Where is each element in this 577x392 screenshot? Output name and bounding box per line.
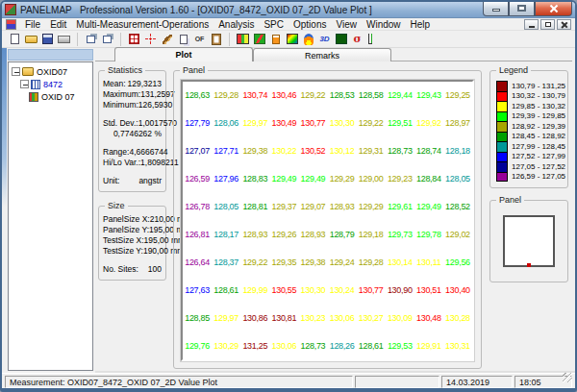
open-folder-icon[interactable]: [23, 32, 39, 46]
value-cell: 130,28: [443, 304, 472, 331]
legend-swatch: [496, 121, 508, 132]
value-cell: 129,61: [386, 193, 414, 221]
mdi-child-icon[interactable]: [6, 19, 16, 30]
stat-label: No. Sites:: [103, 264, 138, 275]
value-cell: 129,31: [357, 137, 386, 165]
resize-grip[interactable]: [563, 373, 572, 382]
value-cell: 129,37: [269, 193, 298, 221]
legend-range-label: 128,45 - 128,92: [512, 132, 565, 140]
stat-label: Unit:: [103, 176, 119, 186]
toolbar: OF3Dσ: [2, 31, 575, 48]
cascade-windows-icon[interactable]: [83, 32, 99, 46]
value-cell: 129,26: [269, 220, 298, 248]
mini-doc-icon[interactable]: [267, 32, 284, 46]
value-cell: 128,63: [183, 82, 212, 110]
value-cell: 127,79: [183, 110, 212, 137]
maximize-button[interactable]: [509, 2, 535, 16]
value-cell: 130,30: [328, 110, 357, 137]
value-cell: 128,93: [328, 193, 357, 221]
mdi-restore-button[interactable]: [540, 19, 555, 30]
green-map-icon[interactable]: [333, 32, 349, 46]
new-document-icon[interactable]: [7, 32, 23, 46]
legend-column: Legend 130,79 - 131,25130,32 - 130,79129…: [486, 64, 572, 371]
value-cell: 130,23: [298, 304, 327, 331]
menu-file[interactable]: File: [20, 18, 45, 31]
tree-collapse-icon[interactable]: [20, 80, 29, 88]
legend-swatch: [496, 141, 508, 152]
stat-label: PanelSize Y:: [103, 225, 149, 235]
value-cell: 128,26: [328, 331, 357, 359]
histogram-icon[interactable]: [365, 32, 382, 46]
legend-band: 128,45 - 128,92: [496, 132, 564, 142]
mdi-client: Plot Remarks Statistics Mean:129,3213Max…: [95, 48, 575, 373]
copy-pages-icon[interactable]: [175, 32, 191, 46]
legend-swatch: [496, 81, 508, 91]
value-cell: 130,24: [328, 276, 357, 304]
color-map-icon[interactable]: [251, 32, 267, 46]
value-cell: 130,81: [269, 304, 298, 331]
offset-of-icon[interactable]: OF: [191, 32, 208, 46]
legend-range-label: 130,32 - 130,79: [512, 91, 565, 100]
value-cell: 129,56: [443, 248, 472, 276]
flame-plot-icon[interactable]: [300, 32, 316, 46]
tab-plot[interactable]: Plot: [114, 47, 253, 61]
menu-view[interactable]: View: [331, 18, 362, 31]
tree-item-oxid07[interactable]: OXID07: [10, 65, 91, 78]
paste-icon[interactable]: [208, 32, 224, 46]
print-icon[interactable]: [56, 32, 72, 46]
menu-edit[interactable]: Edit: [45, 18, 71, 31]
value-cell: 131,25: [240, 331, 269, 359]
3d-plot-icon[interactable]: 3D: [316, 32, 333, 46]
menu-window[interactable]: Window: [362, 18, 406, 31]
minimize-button[interactable]: [483, 2, 509, 16]
value-cell: 130,27: [357, 304, 386, 331]
value-cell: 130,14: [386, 248, 414, 276]
value-cell: 128,53: [328, 82, 357, 110]
menu-multi-measurement-operations[interactable]: Multi-Measurement-Operations: [71, 18, 213, 31]
value-table-icon[interactable]: [235, 32, 251, 46]
menu-help[interactable]: Help: [406, 18, 436, 31]
save-icon[interactable]: [39, 32, 56, 46]
mdi-minimize-icon: [529, 26, 535, 28]
offset-cross-icon[interactable]: [142, 32, 159, 46]
tree-item-8472[interactable]: 8472: [10, 78, 91, 90]
value-cell: 129,76: [183, 331, 212, 359]
title-bar[interactable]: PANELMAP Professional Version 1.60 - [OX…: [2, 2, 575, 18]
tile-windows-icon[interactable]: [99, 32, 115, 46]
menu-items: FileEditMulti-Measurement-OperationsAnal…: [20, 18, 435, 31]
menu-options[interactable]: Options: [288, 18, 331, 31]
spacer: [103, 110, 162, 118]
value-cell: 130,46: [269, 82, 298, 110]
tab-remarks[interactable]: Remarks: [253, 48, 391, 61]
panel-preview-groupbox: Panel: [489, 200, 568, 282]
contour-map-icon[interactable]: [284, 32, 300, 46]
value-cell: 129,38: [298, 248, 327, 276]
value-cell: 129,00: [357, 165, 386, 193]
sigma-icon[interactable]: σ: [349, 32, 365, 46]
close-button[interactable]: [535, 2, 572, 16]
legend-range-label: 127,99 - 128,45: [512, 142, 565, 151]
value-cell: 130,48: [414, 304, 443, 331]
value-grid[interactable]: 128,63129,28130,74130,46129,22128,53128,…: [181, 80, 474, 361]
menu-spc[interactable]: SPC: [259, 18, 288, 31]
measure-grid-icon[interactable]: [126, 32, 142, 46]
legend-band: 129,39 - 129,85: [496, 111, 564, 122]
tab-strip: Plot Remarks: [95, 48, 575, 61]
menu-analysis[interactable]: Analysis: [213, 18, 259, 31]
mdi-minimize-button[interactable]: [524, 19, 539, 30]
stat-label: TestSize X:: [103, 235, 144, 246]
value-cell: 128,79: [328, 220, 357, 248]
tree-item-oxid-07[interactable]: OXID 07: [10, 90, 91, 103]
value-cell: 129,97: [240, 110, 269, 137]
chart-icon: [29, 92, 38, 102]
legend-range-label: 129,85 - 130,32: [512, 102, 565, 110]
value-cell: 130,22: [269, 137, 298, 165]
mdi-close-button[interactable]: [557, 19, 571, 30]
tree-collapse-icon[interactable]: [12, 67, 20, 76]
value-cell: 129,97: [212, 304, 240, 331]
value-cell: 128,06: [212, 110, 240, 137]
plot-area: Panel 128,63129,28130,74130,46129,22128,…: [169, 64, 486, 371]
value-cell: 128,81: [240, 193, 269, 221]
draw-pen-icon[interactable]: [159, 32, 175, 46]
app-icon: [5, 4, 16, 15]
